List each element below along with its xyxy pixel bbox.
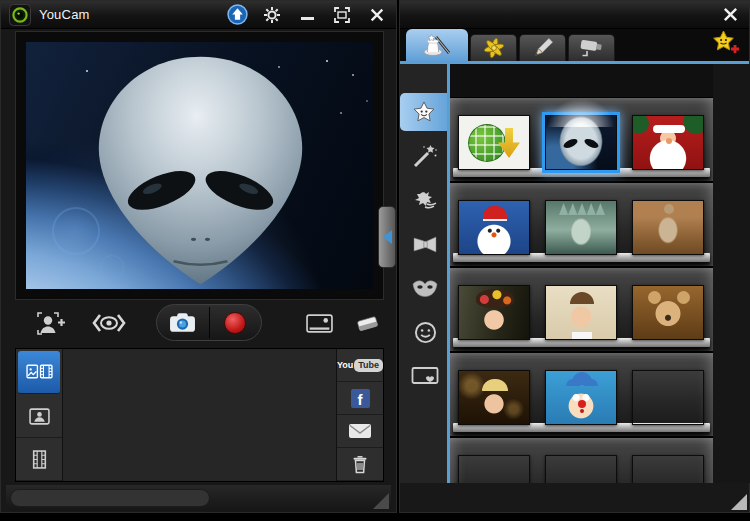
- fullscreen-icon[interactable]: [331, 4, 353, 26]
- youcam-logo-icon: [9, 4, 31, 26]
- category-column: [400, 64, 447, 483]
- shelf-row: [450, 437, 713, 483]
- effect-slot: [458, 115, 530, 170]
- media-library: YouTube f: [15, 348, 384, 482]
- effect-slot: [458, 200, 530, 255]
- effect-slot: [458, 370, 530, 425]
- splash-icon: [412, 189, 438, 211]
- video-preview-frame: [15, 31, 384, 300]
- surveillance-camera-icon: [578, 37, 606, 59]
- effect-thumb-clown[interactable]: [545, 370, 617, 425]
- effect-thumb-statue-of-liberty[interactable]: [545, 200, 617, 255]
- settings-gear-icon[interactable]: [261, 4, 283, 26]
- effect-thumb-terracotta-warrior[interactable]: [632, 200, 704, 255]
- category-emoticons-tab[interactable]: [403, 313, 447, 351]
- effect-thumb-globe-download[interactable]: [458, 115, 530, 170]
- effect-thumb-santa[interactable]: [632, 115, 704, 170]
- category-particles-tab[interactable]: [403, 181, 447, 219]
- effect-slot: [458, 285, 530, 340]
- right-titlebar: [400, 1, 749, 29]
- category-avatars-tab[interactable]: [400, 93, 447, 131]
- snapshot-button[interactable]: [157, 305, 209, 340]
- pip-toggle-button[interactable]: [297, 302, 341, 344]
- effect-slot: [458, 455, 530, 483]
- banner-icon: [412, 233, 438, 255]
- effect-slot: [632, 115, 704, 170]
- category-masks-tab[interactable]: [403, 269, 447, 307]
- star-face-plus-icon: [710, 30, 741, 56]
- effects-shelf: [450, 64, 713, 483]
- chevron-left-icon: [383, 230, 392, 244]
- effect-thumb-toy-sheep[interactable]: [632, 455, 704, 483]
- shelf-row: [450, 97, 713, 182]
- delete-trash-button[interactable]: [337, 448, 383, 481]
- mask-icon: [411, 278, 439, 298]
- effect-thumb-golden-retriever[interactable]: [632, 370, 704, 425]
- youtube-logo: YouTube: [337, 359, 383, 372]
- effects-panel-window: 头条号 / ITBang: [399, 0, 750, 513]
- tab-effects-room[interactable]: [406, 29, 468, 61]
- email-share-button[interactable]: [337, 415, 383, 448]
- gold-flower-icon: [482, 36, 506, 60]
- facebook-logo: f: [351, 389, 370, 408]
- effect-thumb-cartoon-man[interactable]: [545, 285, 617, 340]
- youcam-main-window: YouCam: [0, 0, 397, 513]
- effect-thumb-snowman[interactable]: [458, 200, 530, 255]
- youtube-upload-button[interactable]: YouTube: [337, 349, 383, 382]
- media-tab-photos[interactable]: [16, 396, 62, 439]
- star-face-icon: [411, 101, 437, 124]
- effect-slot: [545, 370, 617, 425]
- category-frames-tab[interactable]: [403, 357, 447, 395]
- media-tab-videos[interactable]: [16, 438, 62, 481]
- effect-thumb-teddy-bear[interactable]: [632, 285, 704, 340]
- capture-pill: [156, 304, 262, 341]
- tab-draw[interactable]: [519, 34, 566, 61]
- download-more-effects-button[interactable]: [710, 30, 741, 60]
- effect-thumb-woman-flowers[interactable]: [458, 285, 530, 340]
- media-tab-all[interactable]: [18, 351, 60, 394]
- upgrade-icon[interactable]: [226, 4, 248, 26]
- facebook-share-button[interactable]: f: [337, 382, 383, 415]
- window-title: YouCam: [39, 7, 90, 22]
- tab-gadgets[interactable]: [470, 34, 517, 61]
- record-icon: [224, 312, 246, 334]
- category-scenes-tab[interactable]: [403, 137, 447, 175]
- magic-hat-icon: [422, 33, 452, 58]
- effect-slot: [545, 285, 617, 340]
- effect-slot: [632, 370, 704, 425]
- effect-thumb-stone-head[interactable]: [545, 455, 617, 483]
- effects-content: [400, 64, 750, 483]
- status-message-area: [10, 489, 210, 507]
- effect-slot: [545, 455, 617, 483]
- media-filter-column: [16, 349, 62, 481]
- face-login-button[interactable]: [29, 302, 73, 344]
- tab-surveillance[interactable]: [568, 34, 615, 61]
- minimize-icon[interactable]: [296, 4, 318, 26]
- effect-thumb-poodle[interactable]: [458, 455, 530, 483]
- frame-heart-icon: [411, 366, 439, 386]
- alien-avatar: [26, 42, 373, 289]
- smiley-icon: [414, 321, 437, 344]
- effect-slot: [632, 200, 704, 255]
- eraser-button[interactable]: [345, 302, 389, 344]
- shelf-row: [450, 267, 713, 352]
- desktop: { "left_window": { "title": "YouCam", "t…: [0, 0, 750, 521]
- effect-slot: [632, 285, 704, 340]
- close-icon[interactable]: [366, 4, 388, 26]
- effect-slot: [545, 115, 617, 170]
- effect-slot: [632, 455, 704, 483]
- capture-controls: [15, 302, 384, 344]
- effects-tabbar: [400, 29, 749, 61]
- record-button[interactable]: [210, 305, 262, 340]
- magic-wand-icon: [412, 143, 438, 169]
- resize-grip[interactable]: [731, 494, 747, 510]
- effect-thumb-alien[interactable]: [545, 115, 617, 170]
- status-bar: [6, 485, 391, 511]
- shelf-row: [450, 182, 713, 267]
- close-icon[interactable]: [719, 4, 741, 26]
- effect-thumb-blond-man[interactable]: [458, 370, 530, 425]
- resize-grip[interactable]: [373, 493, 389, 509]
- panel-collapse-handle[interactable]: [378, 206, 396, 268]
- category-gadgets-tab[interactable]: [403, 225, 447, 263]
- face-tracking-eye-button[interactable]: [87, 302, 131, 344]
